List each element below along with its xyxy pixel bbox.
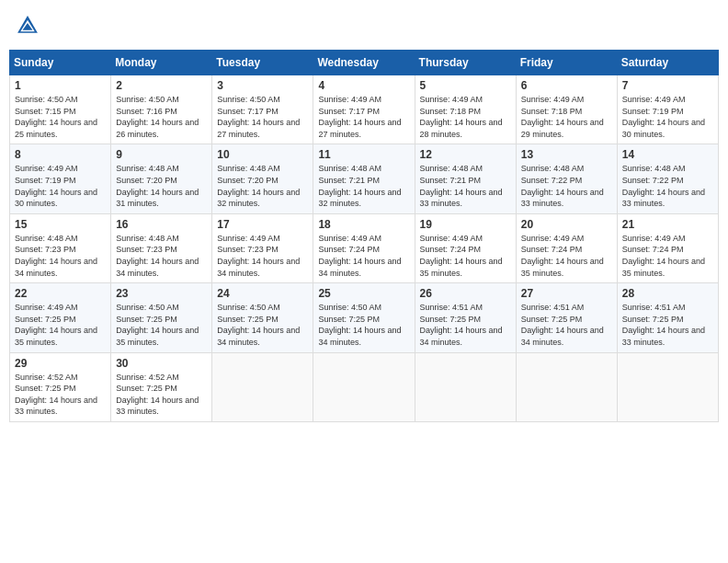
day-number: 15 bbox=[15, 218, 106, 231]
daylight-label: Daylight: 14 hours and 34 minutes. bbox=[318, 257, 401, 278]
daylight-label: Daylight: 14 hours and 30 minutes. bbox=[622, 118, 705, 139]
sunrise-label: Sunrise: 4:49 AM bbox=[318, 234, 381, 243]
sunrise-label: Sunrise: 4:48 AM bbox=[217, 164, 280, 173]
sunset-label: Sunset: 7:25 PM bbox=[15, 384, 76, 393]
day-info: Sunrise: 4:49 AM Sunset: 7:23 PM Dayligh… bbox=[217, 233, 308, 279]
sunset-label: Sunset: 7:20 PM bbox=[116, 176, 177, 185]
sunset-label: Sunset: 7:17 PM bbox=[217, 107, 279, 116]
day-info: Sunrise: 4:51 AM Sunset: 7:25 PM Dayligh… bbox=[521, 302, 612, 348]
calendar-day-cell bbox=[313, 352, 415, 421]
daylight-label: Daylight: 14 hours and 33 minutes. bbox=[622, 188, 705, 209]
sunset-label: Sunset: 7:25 PM bbox=[622, 315, 684, 324]
day-info: Sunrise: 4:49 AM Sunset: 7:24 PM Dayligh… bbox=[622, 233, 713, 279]
day-info: Sunrise: 4:49 AM Sunset: 7:24 PM Dayligh… bbox=[318, 233, 409, 279]
calendar-day-cell: 14 Sunrise: 4:48 AM Sunset: 7:22 PM Dayl… bbox=[617, 144, 718, 213]
sunset-label: Sunset: 7:24 PM bbox=[420, 245, 482, 254]
day-info: Sunrise: 4:49 AM Sunset: 7:19 PM Dayligh… bbox=[622, 94, 713, 140]
daylight-label: Daylight: 14 hours and 35 minutes. bbox=[420, 257, 503, 278]
sunset-label: Sunset: 7:21 PM bbox=[318, 176, 380, 185]
sunrise-label: Sunrise: 4:49 AM bbox=[217, 234, 280, 243]
sunrise-label: Sunrise: 4:50 AM bbox=[15, 95, 78, 104]
sunrise-label: Sunrise: 4:51 AM bbox=[622, 303, 686, 312]
calendar-day-cell: 7 Sunrise: 4:49 AM Sunset: 7:19 PM Dayli… bbox=[617, 75, 718, 144]
calendar-day-cell: 19 Sunrise: 4:49 AM Sunset: 7:24 PM Dayl… bbox=[415, 213, 516, 282]
daylight-label: Daylight: 14 hours and 34 minutes. bbox=[15, 257, 97, 278]
day-of-week-header: Sunday bbox=[10, 51, 111, 75]
day-number: 25 bbox=[318, 287, 409, 300]
day-info: Sunrise: 4:49 AM Sunset: 7:17 PM Dayligh… bbox=[318, 94, 409, 140]
sunset-label: Sunset: 7:22 PM bbox=[622, 176, 684, 185]
daylight-label: Daylight: 14 hours and 35 minutes. bbox=[116, 326, 199, 347]
calendar-day-cell: 3 Sunrise: 4:50 AM Sunset: 7:17 PM Dayli… bbox=[212, 75, 313, 144]
day-info: Sunrise: 4:48 AM Sunset: 7:20 PM Dayligh… bbox=[217, 163, 308, 209]
day-info: Sunrise: 4:49 AM Sunset: 7:19 PM Dayligh… bbox=[15, 163, 106, 209]
sunrise-label: Sunrise: 4:49 AM bbox=[521, 234, 585, 243]
day-number: 19 bbox=[420, 218, 511, 231]
sunset-label: Sunset: 7:23 PM bbox=[15, 245, 76, 254]
day-info: Sunrise: 4:50 AM Sunset: 7:25 PM Dayligh… bbox=[318, 302, 409, 348]
day-number: 5 bbox=[420, 79, 511, 92]
calendar-week-row: 15 Sunrise: 4:48 AM Sunset: 7:23 PM Dayl… bbox=[10, 213, 719, 282]
sunset-label: Sunset: 7:25 PM bbox=[15, 315, 76, 324]
sunset-label: Sunset: 7:23 PM bbox=[217, 245, 279, 254]
calendar-day-cell: 26 Sunrise: 4:51 AM Sunset: 7:25 PM Dayl… bbox=[415, 283, 516, 352]
calendar-day-cell: 21 Sunrise: 4:49 AM Sunset: 7:24 PM Dayl… bbox=[617, 213, 718, 282]
sunrise-label: Sunrise: 4:50 AM bbox=[217, 95, 280, 104]
day-number: 24 bbox=[217, 287, 308, 300]
sunrise-label: Sunrise: 4:49 AM bbox=[420, 234, 483, 243]
daylight-label: Daylight: 14 hours and 34 minutes. bbox=[521, 326, 604, 347]
day-number: 30 bbox=[116, 357, 207, 370]
day-number: 9 bbox=[116, 148, 207, 161]
daylight-label: Daylight: 14 hours and 30 minutes. bbox=[15, 188, 97, 209]
day-of-week-header: Monday bbox=[111, 51, 212, 75]
calendar-day-cell: 11 Sunrise: 4:48 AM Sunset: 7:21 PM Dayl… bbox=[313, 144, 415, 213]
sunset-label: Sunset: 7:18 PM bbox=[420, 107, 482, 116]
daylight-label: Daylight: 14 hours and 27 minutes. bbox=[318, 118, 401, 139]
sunrise-label: Sunrise: 4:51 AM bbox=[521, 303, 585, 312]
calendar-day-cell: 8 Sunrise: 4:49 AM Sunset: 7:19 PM Dayli… bbox=[10, 144, 111, 213]
daylight-label: Daylight: 14 hours and 26 minutes. bbox=[116, 118, 199, 139]
day-number: 20 bbox=[521, 218, 612, 231]
sunrise-label: Sunrise: 4:48 AM bbox=[116, 164, 179, 173]
day-info: Sunrise: 4:48 AM Sunset: 7:22 PM Dayligh… bbox=[521, 163, 612, 209]
daylight-label: Daylight: 14 hours and 27 minutes. bbox=[217, 118, 300, 139]
sunset-label: Sunset: 7:15 PM bbox=[15, 107, 76, 116]
sunset-label: Sunset: 7:25 PM bbox=[217, 315, 279, 324]
sunrise-label: Sunrise: 4:49 AM bbox=[318, 95, 381, 104]
daylight-label: Daylight: 14 hours and 35 minutes. bbox=[521, 257, 604, 278]
calendar-day-cell: 13 Sunrise: 4:48 AM Sunset: 7:22 PM Dayl… bbox=[516, 144, 617, 213]
sunrise-label: Sunrise: 4:48 AM bbox=[420, 164, 483, 173]
daylight-label: Daylight: 14 hours and 33 minutes. bbox=[521, 188, 604, 209]
day-info: Sunrise: 4:50 AM Sunset: 7:25 PM Dayligh… bbox=[217, 302, 308, 348]
day-info: Sunrise: 4:48 AM Sunset: 7:21 PM Dayligh… bbox=[318, 163, 409, 209]
calendar-day-cell: 30 Sunrise: 4:52 AM Sunset: 7:25 PM Dayl… bbox=[111, 352, 212, 421]
sunrise-label: Sunrise: 4:49 AM bbox=[622, 234, 686, 243]
day-info: Sunrise: 4:50 AM Sunset: 7:17 PM Dayligh… bbox=[217, 94, 308, 140]
day-number: 22 bbox=[15, 287, 106, 300]
day-info: Sunrise: 4:48 AM Sunset: 7:21 PM Dayligh… bbox=[420, 163, 511, 209]
calendar-day-cell: 23 Sunrise: 4:50 AM Sunset: 7:25 PM Dayl… bbox=[111, 283, 212, 352]
sunrise-label: Sunrise: 4:52 AM bbox=[116, 373, 179, 382]
sunset-label: Sunset: 7:19 PM bbox=[15, 176, 76, 185]
sunrise-label: Sunrise: 4:49 AM bbox=[521, 95, 585, 104]
day-info: Sunrise: 4:49 AM Sunset: 7:25 PM Dayligh… bbox=[15, 302, 106, 348]
day-info: Sunrise: 4:48 AM Sunset: 7:23 PM Dayligh… bbox=[15, 233, 106, 279]
day-of-week-header: Wednesday bbox=[313, 51, 415, 75]
day-info: Sunrise: 4:50 AM Sunset: 7:16 PM Dayligh… bbox=[116, 94, 207, 140]
sunrise-label: Sunrise: 4:50 AM bbox=[217, 303, 280, 312]
daylight-label: Daylight: 14 hours and 35 minutes. bbox=[15, 326, 97, 347]
daylight-label: Daylight: 14 hours and 34 minutes. bbox=[116, 257, 199, 278]
sunrise-label: Sunrise: 4:52 AM bbox=[15, 373, 78, 382]
day-number: 3 bbox=[217, 79, 308, 92]
sunset-label: Sunset: 7:20 PM bbox=[217, 176, 279, 185]
daylight-label: Daylight: 14 hours and 29 minutes. bbox=[521, 118, 604, 139]
calendar-day-cell: 12 Sunrise: 4:48 AM Sunset: 7:21 PM Dayl… bbox=[415, 144, 516, 213]
sunset-label: Sunset: 7:24 PM bbox=[521, 245, 583, 254]
day-info: Sunrise: 4:51 AM Sunset: 7:25 PM Dayligh… bbox=[622, 302, 713, 348]
calendar-day-cell: 9 Sunrise: 4:48 AM Sunset: 7:20 PM Dayli… bbox=[111, 144, 212, 213]
day-number: 27 bbox=[521, 287, 612, 300]
sunset-label: Sunset: 7:24 PM bbox=[318, 245, 380, 254]
sunset-label: Sunset: 7:25 PM bbox=[116, 315, 177, 324]
daylight-label: Daylight: 14 hours and 33 minutes. bbox=[420, 188, 503, 209]
sunrise-label: Sunrise: 4:48 AM bbox=[521, 164, 585, 173]
